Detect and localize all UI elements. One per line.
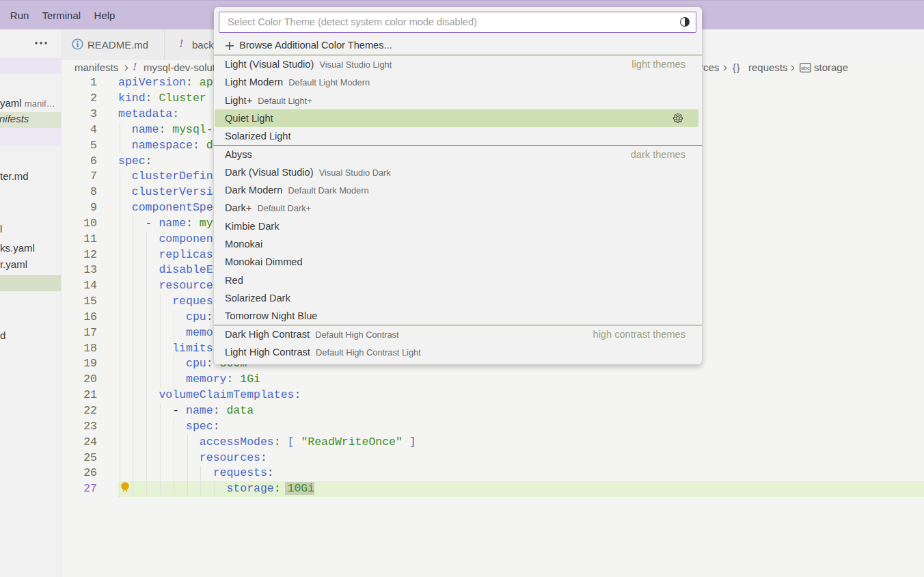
svg-text:abc: abc (801, 65, 810, 71)
